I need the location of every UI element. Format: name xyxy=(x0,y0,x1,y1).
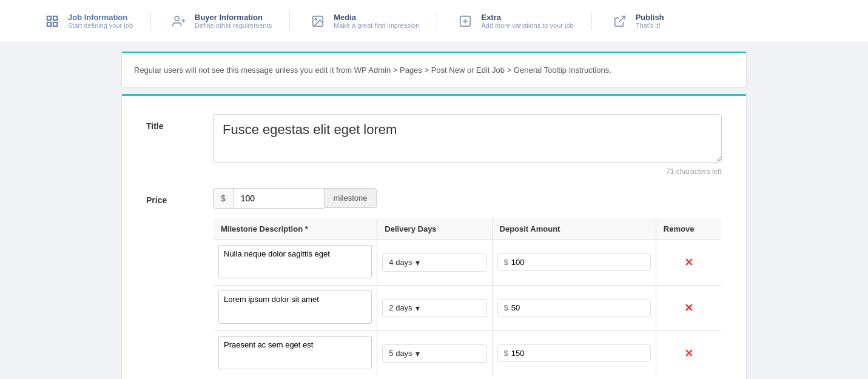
svg-rect-1 xyxy=(53,16,57,19)
remove-cell-2: ✕ xyxy=(656,285,721,330)
title-input[interactable]: Fusce egestas elit eget lorem xyxy=(213,114,722,163)
image-icon xyxy=(308,12,328,31)
remove-button-1[interactable]: ✕ xyxy=(661,256,716,269)
deposit-dollar-2: $ xyxy=(504,303,508,312)
nav-step-extra-subtitle: Add more variations to your job xyxy=(481,22,573,29)
deposit-dollar-3: $ xyxy=(504,349,508,358)
char-count: 71 characters left xyxy=(213,167,722,176)
desc-cell-3: Praesent ac sem eget est xyxy=(214,330,377,376)
top-navigation: Job Information Start defining your job … xyxy=(0,0,868,42)
table-row: Lorem ipsum dolor sit amet 2 days 1 day … xyxy=(214,285,722,330)
nav-step-buyer-information-title: Buyer Information xyxy=(195,13,272,22)
desc-input-3[interactable]: Praesent ac sem eget est xyxy=(218,336,372,369)
svg-rect-0 xyxy=(47,16,51,19)
price-input[interactable] xyxy=(233,188,324,209)
svg-line-12 xyxy=(619,16,625,22)
table-row: Nulla neque dolor sagittis eget 4 days 1… xyxy=(214,240,722,285)
delivery-chevron-icon-2: ▾ xyxy=(415,303,420,313)
col-header-delivery: Delivery Days xyxy=(377,218,492,240)
form-card: Title Fusce egestas elit eget lorem 71 c… xyxy=(121,94,747,380)
remove-x-icon-1: ✕ xyxy=(684,256,693,269)
svg-point-8 xyxy=(315,18,317,20)
delivery-select-wrap-2: 2 days 1 day 3 days 4 days 5 days ▾ xyxy=(382,299,486,317)
milestone-table: Milestone Description * Delivery Days De… xyxy=(213,218,722,377)
price-label: Price xyxy=(146,188,195,205)
desc-input-2[interactable]: Lorem ipsum dolor sit amet xyxy=(218,290,372,324)
tooltip-message: Regular users will not see this message … xyxy=(134,65,611,75)
title-label: Title xyxy=(146,114,195,131)
deposit-cell-3: $ xyxy=(492,330,656,376)
user-plus-icon xyxy=(169,12,189,31)
delivery-select-3[interactable]: 5 days 1 day 2 days 3 days 4 days xyxy=(389,349,412,358)
nav-step-buyer-information-subtitle: Define other requirements xyxy=(195,22,272,29)
deposit-input-3[interactable] xyxy=(511,349,560,358)
deposit-input-wrap-3: $ xyxy=(497,344,651,362)
plus-square-icon xyxy=(456,12,475,31)
title-row: Title Fusce egestas elit eget lorem 71 c… xyxy=(146,114,722,176)
nav-step-publish[interactable]: Publish That's it! xyxy=(592,12,682,31)
delivery-select-wrap-1: 4 days 1 day 2 days 3 days 5 days 7 days… xyxy=(382,253,486,272)
deposit-cell-2: $ xyxy=(492,285,656,330)
remove-cell-1: ✕ xyxy=(656,240,721,285)
nav-step-job-information[interactable]: Job Information Start defining your job xyxy=(24,12,151,31)
svg-rect-3 xyxy=(53,22,57,25)
delivery-cell-3: 5 days 1 day 2 days 3 days 4 days ▾ xyxy=(377,330,492,376)
nav-step-publish-title: Publish xyxy=(636,13,664,22)
nav-step-buyer-information[interactable]: Buyer Information Define other requireme… xyxy=(151,12,290,31)
col-header-description: Milestone Description * xyxy=(214,218,377,240)
deposit-input-2[interactable] xyxy=(511,303,560,312)
delivery-chevron-icon-1: ▾ xyxy=(415,258,420,267)
remove-button-3[interactable]: ✕ xyxy=(661,347,716,360)
tooltip-box: Regular users will not see this message … xyxy=(121,52,747,88)
svg-rect-2 xyxy=(47,22,51,25)
delivery-select-2[interactable]: 2 days 1 day 3 days 4 days 5 days xyxy=(389,303,412,312)
main-content: Regular users will not see this message … xyxy=(0,42,868,379)
col-header-deposit: Deposit Amount xyxy=(492,218,656,240)
nav-step-job-information-title: Job Information xyxy=(68,13,133,22)
nav-step-media-title: Media xyxy=(334,13,419,22)
external-link-icon xyxy=(610,12,630,31)
delivery-select-wrap-3: 5 days 1 day 2 days 3 days 4 days ▾ xyxy=(382,344,486,363)
nav-step-job-information-subtitle: Start defining your job xyxy=(68,22,133,29)
deposit-input-1[interactable] xyxy=(511,258,560,267)
nav-step-publish-subtitle: That's it! xyxy=(636,22,664,29)
svg-point-4 xyxy=(175,16,179,20)
delivery-select-1[interactable]: 4 days 1 day 2 days 3 days 5 days 7 days xyxy=(389,258,412,267)
desc-input-1[interactable]: Nulla neque dolor sagittis eget xyxy=(218,245,372,278)
delivery-cell-1: 4 days 1 day 2 days 3 days 5 days 7 days… xyxy=(377,240,492,285)
desc-cell-1: Nulla neque dolor sagittis eget xyxy=(214,240,377,285)
table-row: Praesent ac sem eget est 5 days 1 day 2 … xyxy=(214,330,722,376)
milestone-badge: milestone xyxy=(324,188,377,208)
delivery-chevron-icon-3: ▾ xyxy=(415,349,420,358)
deposit-input-wrap-2: $ xyxy=(497,299,651,317)
deposit-dollar-1: $ xyxy=(504,258,508,267)
title-field: Fusce egestas elit eget lorem 71 charact… xyxy=(213,114,722,176)
remove-x-icon-2: ✕ xyxy=(684,301,693,315)
price-input-row: $ milestone xyxy=(213,188,722,209)
nav-step-extra[interactable]: Extra Add more variations to your job xyxy=(437,12,591,31)
delivery-cell-2: 2 days 1 day 3 days 4 days 5 days ▾ xyxy=(377,285,492,330)
remove-button-2[interactable]: ✕ xyxy=(661,301,716,315)
nav-step-extra-title: Extra xyxy=(481,13,573,22)
price-field: $ milestone Milestone Description * Deli… xyxy=(213,188,722,380)
nav-step-media-subtitle: Make a great first impression xyxy=(334,22,419,29)
col-header-remove: Remove xyxy=(656,218,721,240)
nav-step-media[interactable]: Media Make a great first impression xyxy=(290,12,437,31)
price-row: Price $ milestone Milestone Description … xyxy=(146,188,722,380)
remove-cell-3: ✕ xyxy=(656,330,721,376)
grid-icon xyxy=(42,12,62,31)
deposit-cell-1: $ xyxy=(492,240,656,285)
remove-x-icon-3: ✕ xyxy=(684,347,693,360)
desc-cell-2: Lorem ipsum dolor sit amet xyxy=(214,285,377,330)
price-dollar-prefix: $ xyxy=(213,188,233,209)
deposit-input-wrap-1: $ xyxy=(497,253,651,271)
